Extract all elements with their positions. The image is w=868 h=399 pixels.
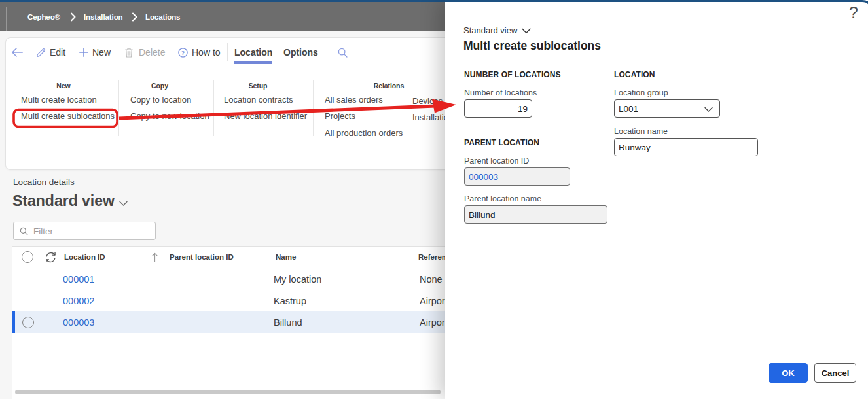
menu-item-location-contracts[interactable]: Location contracts: [224, 95, 293, 105]
pencil-icon: [36, 48, 46, 58]
dialog-view-selector-label: Standard view: [463, 26, 517, 35]
new-label: New: [92, 47, 111, 58]
dialog-top-accent: [445, 0, 868, 10]
menu-group-new-title: New: [56, 82, 70, 90]
magnifier-icon: [338, 48, 348, 58]
tab-location[interactable]: Location: [234, 41, 272, 63]
new-button[interactable]: New: [79, 41, 111, 63]
toolbar-divider: [29, 43, 29, 61]
number-of-locations-input[interactable]: 19: [464, 99, 532, 118]
section-parent-location: PARENT LOCATION: [464, 138, 539, 147]
toolbar-divider: [227, 43, 228, 61]
trash-icon: [125, 48, 133, 58]
sort-ascending-icon: [152, 247, 158, 268]
cell-name: Kastrup: [274, 290, 306, 311]
parent-location-id-input: 000003: [464, 167, 570, 186]
chevron-down-icon: [704, 107, 713, 113]
menu-item-all-sales-orders[interactable]: All sales orders: [325, 95, 383, 105]
magnifier-icon: [20, 227, 28, 235]
breadcrumb-brand[interactable]: Cepheo®: [27, 2, 60, 31]
parent-location-name-label: Parent location name: [464, 194, 541, 203]
svg-text:?: ?: [181, 49, 185, 56]
back-arrow-icon: [12, 48, 23, 57]
tab-location-underline: [234, 61, 272, 64]
chevron-down-icon: [522, 28, 531, 34]
plus-icon: [79, 48, 88, 57]
multi-create-sublocations-dialog: ? Standard view Multi create sublocation…: [445, 0, 868, 399]
menu-divider: [313, 80, 314, 136]
howto-button[interactable]: ? How to: [178, 41, 221, 63]
menu-group-relations-title: Relations: [374, 82, 404, 90]
help-circle-icon: ?: [178, 48, 188, 58]
menu-group-setup-title: Setup: [249, 82, 268, 90]
menu-item-copy-to-location[interactable]: Copy to location: [130, 95, 191, 105]
grid-header-location-id[interactable]: Location ID: [64, 247, 105, 268]
menu-item-new-location-identifier[interactable]: New location identifier: [224, 111, 307, 121]
cell-name: Billund: [274, 311, 302, 333]
section-location: LOCATION: [614, 70, 655, 79]
location-group-label: Location group: [614, 88, 668, 97]
location-group-combobox[interactable]: L001: [614, 99, 720, 118]
menu-item-devices[interactable]: Devices: [412, 96, 443, 106]
parent-location-name-input: Billund: [464, 205, 607, 224]
horizontal-scrollbar[interactable]: [15, 390, 441, 394]
cell-location-id[interactable]: 000001: [63, 268, 94, 290]
dialog-title: Multi create sublocations: [463, 39, 601, 53]
menu-divider: [213, 80, 214, 136]
location-name-label: Location name: [614, 127, 668, 136]
chevron-down-icon: [119, 201, 128, 207]
dialog-help-icon[interactable]: ?: [849, 3, 858, 22]
filter-input[interactable]: Filter: [13, 222, 156, 240]
row-radio[interactable]: [22, 311, 34, 333]
chevron-right-icon: [130, 2, 139, 31]
menu-item-projects[interactable]: Projects: [325, 111, 355, 121]
menu-item-copy-to-new-location[interactable]: Copy to new location: [130, 111, 209, 121]
cell-location-id[interactable]: 000002: [63, 290, 94, 311]
cancel-button[interactable]: Cancel: [814, 363, 856, 383]
navbar-left-divider: [6, 7, 7, 31]
dialog-view-selector[interactable]: Standard view: [463, 26, 531, 35]
menu-group-copy-title: Copy: [151, 82, 168, 90]
menu-item-multi-create-location[interactable]: Multi create location: [21, 95, 97, 105]
back-button[interactable]: [12, 41, 23, 63]
refresh-icon: [45, 251, 57, 264]
edit-label: Edit: [50, 47, 65, 58]
grid-header-name[interactable]: Name: [276, 247, 296, 268]
parent-location-id-label: Parent location ID: [464, 156, 529, 165]
edit-button[interactable]: Edit: [36, 41, 65, 63]
cell-location-id[interactable]: 000003: [63, 311, 94, 333]
cell-name: My location: [274, 268, 321, 290]
location-name-input[interactable]: Runway: [614, 138, 758, 156]
selected-row-bar: [12, 311, 15, 333]
menu-item-all-production-orders[interactable]: All production orders: [325, 128, 403, 138]
grid-header-parent-location-id[interactable]: Parent location ID: [170, 247, 234, 268]
chevron-right-icon: [69, 2, 77, 31]
delete-label: Delete: [139, 47, 165, 58]
breadcrumb-locations[interactable]: Locations: [145, 2, 180, 31]
grid-caption: Location details: [13, 177, 75, 187]
refresh-button[interactable]: [45, 247, 57, 268]
cell-reference: Airport: [420, 311, 448, 333]
cell-reference: None: [420, 268, 443, 290]
toolbar-search-button[interactable]: [338, 41, 348, 63]
cell-reference: Airport: [420, 290, 448, 311]
select-all-radio[interactable]: [22, 247, 33, 268]
ok-button[interactable]: OK: [769, 363, 808, 383]
filter-placeholder: Filter: [33, 226, 53, 236]
howto-label: How to: [192, 47, 221, 58]
delete-button[interactable]: Delete: [125, 41, 165, 63]
breadcrumb-installation[interactable]: Installation: [84, 2, 123, 31]
menu-divider: [118, 80, 119, 136]
number-of-locations-label: Number of locations: [464, 88, 537, 97]
menu-item-multi-create-sublocations[interactable]: Multi create sublocations: [21, 111, 115, 121]
section-number-of-locations: NUMBER OF LOCATIONS: [464, 70, 561, 79]
tab-options[interactable]: Options: [283, 41, 318, 63]
grid-view-selector-label: Standard view: [12, 192, 115, 210]
grid-view-selector[interactable]: Standard view: [12, 192, 128, 210]
